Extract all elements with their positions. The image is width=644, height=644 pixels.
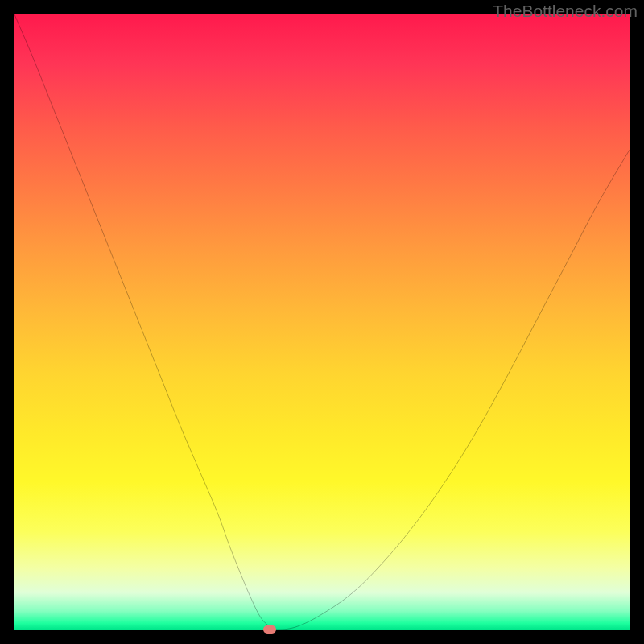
optimal-point-marker: [263, 625, 276, 634]
chart-container: TheBottleneck.com: [0, 0, 644, 644]
watermark: TheBottleneck.com: [493, 2, 638, 21]
plot-area: [14, 14, 630, 630]
bottleneck-curve: [14, 14, 630, 630]
